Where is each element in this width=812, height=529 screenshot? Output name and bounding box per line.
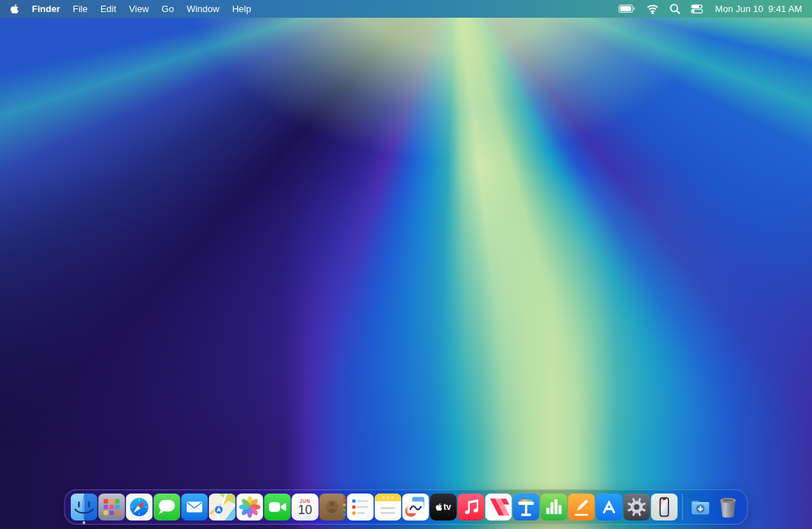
menu-help[interactable]: Help: [232, 4, 252, 14]
dock-item-safari[interactable]: [126, 494, 153, 520]
menu-bar: Finder File Edit View Go Window Help: [0, 0, 812, 18]
control-center[interactable]: [691, 4, 703, 13]
finder-icon: [71, 494, 98, 520]
dock-item-messages[interactable]: [154, 494, 181, 520]
menu-bar-clock[interactable]: Mon Jun 10 9:41 AM: [715, 4, 802, 14]
dock-item-calendar[interactable]: JUN 10: [292, 494, 319, 520]
dock-item-trash[interactable]: [715, 494, 742, 520]
dock-item-mail[interactable]: [181, 494, 208, 520]
dock-item-photos[interactable]: [237, 494, 264, 520]
trash-icon: [715, 494, 742, 520]
downloads-folder-icon: [687, 494, 714, 520]
menu-view[interactable]: View: [129, 4, 149, 14]
maps-icon: [209, 494, 236, 520]
contacts-icon: [320, 494, 346, 520]
system-settings-icon: [624, 494, 650, 520]
news-icon: [485, 494, 512, 520]
menu-file[interactable]: File: [73, 4, 88, 14]
wifi-status[interactable]: [646, 4, 659, 14]
dock-item-iphone-mirroring[interactable]: [651, 494, 678, 520]
dock-item-contacts[interactable]: [320, 494, 346, 520]
mail-icon: [181, 494, 208, 520]
apple-logo-icon: [10, 4, 19, 14]
photos-icon: [237, 494, 264, 520]
menu-edit[interactable]: Edit: [101, 4, 116, 14]
iphone-mirroring-icon: [651, 494, 678, 520]
reminders-icon: [347, 494, 374, 520]
dock-item-pages[interactable]: [568, 494, 595, 520]
menu-go[interactable]: Go: [162, 4, 174, 14]
launchpad-icon: [98, 494, 125, 520]
freeform-icon: [402, 494, 429, 520]
dock-item-freeform[interactable]: [402, 494, 429, 520]
battery-icon: [619, 4, 636, 13]
dock-item-numbers[interactable]: [541, 494, 568, 520]
safari-icon: [126, 494, 153, 520]
numbers-icon: [541, 494, 568, 520]
dock-item-news[interactable]: [485, 494, 512, 520]
dock-item-reminders[interactable]: [347, 494, 374, 520]
running-indicator: [83, 521, 86, 524]
control-center-icon: [691, 4, 703, 13]
pages-icon: [568, 494, 595, 520]
menu-bar-status: Mon Jun 10 9:41 AM: [619, 4, 802, 14]
messages-icon: [154, 494, 181, 520]
dock-item-keynote[interactable]: [513, 494, 540, 520]
spotlight-search[interactable]: [670, 4, 680, 14]
desktop-wallpaper: [0, 0, 812, 529]
apple-menu[interactable]: [10, 4, 19, 14]
search-icon: [670, 4, 680, 14]
dock-item-music[interactable]: [458, 494, 485, 520]
calendar-day-label: 10: [298, 503, 312, 517]
dock-item-launchpad[interactable]: [98, 494, 125, 520]
dock-item-maps[interactable]: [209, 494, 236, 520]
dock: JUN 10: [64, 489, 748, 525]
wifi-icon: [646, 4, 659, 14]
dock-item-system-settings[interactable]: [624, 494, 650, 520]
dock-item-finder[interactable]: [71, 494, 98, 520]
dock-divider: [682, 494, 683, 520]
apple-glyph-icon: [435, 503, 442, 511]
dock-item-appstore[interactable]: [596, 494, 623, 520]
facetime-icon: [264, 494, 291, 520]
clock-time: 9:41 AM: [768, 4, 802, 14]
menu-window[interactable]: Window: [186, 4, 219, 14]
appstore-icon: [596, 494, 623, 520]
menu-bar-left: Finder File Edit View Go Window Help: [10, 4, 251, 14]
calendar-icon: JUN 10: [292, 494, 319, 520]
appletv-icon: tv: [430, 494, 457, 520]
clock-date: Mon Jun 10: [715, 4, 763, 14]
appletv-label: tv: [444, 503, 451, 512]
notes-icon: [375, 494, 402, 520]
desktop: Finder File Edit View Go Window Help: [0, 0, 812, 529]
wallpaper-top-glow: [0, 0, 812, 529]
dock-item-notes[interactable]: [375, 494, 402, 520]
battery-status[interactable]: [619, 4, 636, 13]
menu-finder[interactable]: Finder: [32, 4, 60, 14]
keynote-icon: [513, 494, 540, 520]
dock-item-appletv[interactable]: tv: [430, 494, 457, 520]
music-icon: [458, 494, 485, 520]
dock-item-downloads[interactable]: [687, 494, 714, 520]
dock-item-facetime[interactable]: [264, 494, 291, 520]
